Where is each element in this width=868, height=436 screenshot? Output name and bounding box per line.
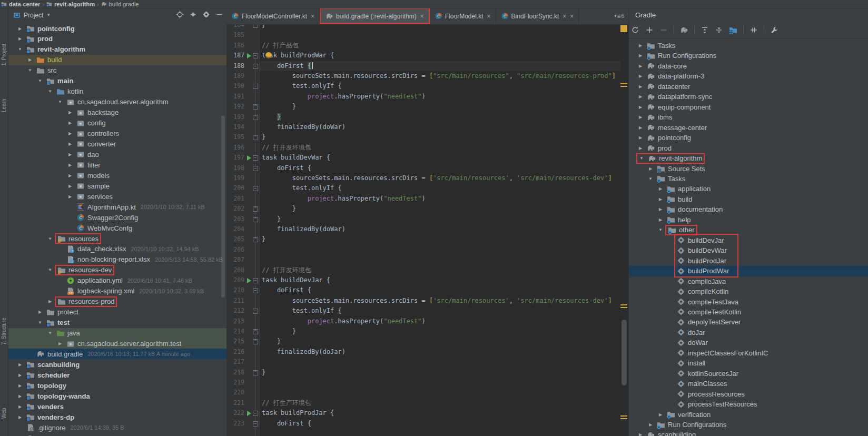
gradle-row-data-platform-3[interactable]: ▶data-platform-3: [629, 71, 868, 82]
tree-expanded-icon[interactable]: ▼: [47, 89, 53, 94]
code-line-219[interactable]: 219: [226, 378, 628, 388]
code-line-199[interactable]: 199 sourceSets.main.resources.srcDirs = …: [226, 173, 628, 183]
code-line-218[interactable]: 218^}: [226, 368, 628, 378]
gradle-row-dojar[interactable]: doJar: [629, 327, 868, 338]
tree-collapsed-icon[interactable]: ▶: [638, 64, 643, 68]
remove-icon[interactable]: [659, 26, 668, 34]
project-row-config[interactable]: ▶config: [8, 118, 226, 128]
tree-expanded-icon[interactable]: ▼: [17, 47, 23, 52]
code-line-221[interactable]: 221// 打生产环境包: [226, 398, 628, 408]
project-row-logback-spring.xml[interactable]: <>logback-spring.xml2020/1/10 10:32, 3.6…: [8, 286, 226, 296]
tool-window-button-7-structure[interactable]: 7: Structure: [0, 292, 8, 345]
code-line-217[interactable]: 217: [226, 357, 628, 367]
run-task-icon[interactable]: [247, 278, 251, 283]
editor-tab-floormodel.kt[interactable]: CFloorModel.kt×: [430, 8, 496, 24]
close-icon[interactable]: ×: [487, 13, 491, 20]
editor-tab-bindfloorsync.kt[interactable]: CBindFloorSync.kt××: [496, 8, 579, 24]
close-icon[interactable]: ×: [563, 13, 566, 20]
run-task-icon[interactable]: [247, 411, 251, 416]
fold-end-icon[interactable]: ^: [253, 370, 258, 375]
project-row-cn.sagacloud.server.algorithm.test[interactable]: ▶cn.sagacloud.server.algorithm.test: [8, 339, 226, 349]
fold-collapse-icon[interactable]: −: [253, 411, 258, 416]
gradle-row-kotlinsourcesjar[interactable]: kotlinSourcesJar: [629, 368, 868, 379]
breadcrumb-item-data-center[interactable]: data-center: [1, 1, 40, 7]
gradle-row-equip-component[interactable]: ▶equip-component: [629, 102, 868, 112]
fold-collapse-icon[interactable]: −: [253, 421, 258, 427]
gradle-row-dataplatform-sync[interactable]: ▶dataplatform-sync: [629, 92, 868, 102]
code-line-222[interactable]: 222−task buildProdJar {: [226, 408, 628, 418]
gradle-row-builddevjar[interactable]: buildDevJar: [629, 235, 868, 245]
gradle-row-source-sets[interactable]: ▶Source Sets: [629, 163, 868, 174]
tree-expanded-icon[interactable]: ▼: [648, 176, 653, 181]
editor-tab-floormodelcontroller.kt[interactable]: CFloorModelController.kt×: [226, 8, 320, 24]
project-row-build.gradle[interactable]: build.gradle2020/6/16 10:13, 11.77 kB A …: [8, 349, 226, 359]
code-line-207[interactable]: 207: [226, 255, 628, 265]
project-row-resources-prod[interactable]: ▶resources-prod: [8, 296, 226, 307]
collapse-all-icon[interactable]: [189, 11, 197, 18]
gradle-row-processresources[interactable]: processResources: [629, 389, 868, 399]
tree-expanded-icon[interactable]: ▼: [37, 78, 43, 83]
code-line-205[interactable]: 205^}: [226, 234, 628, 244]
project-row-venders[interactable]: ▶venders: [8, 401, 226, 412]
project-row-build.gradle[interactable]: build.gradle2020/5/14 14:15, 2.72 kB: [8, 433, 226, 436]
code-line-214[interactable]: 214^ }: [226, 326, 628, 336]
fold-collapse-icon[interactable]: −: [253, 53, 258, 58]
gradle-row-revit-algorithm[interactable]: ▼revit-algorithm: [629, 153, 868, 164]
tree-collapsed-icon[interactable]: ▶: [638, 115, 643, 120]
tree-collapsed-icon[interactable]: ▶: [67, 131, 73, 136]
tree-collapsed-icon[interactable]: ▶: [638, 125, 643, 130]
fold-collapse-icon[interactable]: −: [253, 155, 258, 161]
tree-expanded-icon[interactable]: ▼: [57, 100, 63, 104]
tree-collapsed-icon[interactable]: ▶: [67, 194, 73, 199]
tree-collapsed-icon[interactable]: ▶: [67, 142, 73, 146]
split-bars-icon[interactable]: [749, 26, 758, 34]
tree-collapsed-icon[interactable]: ▶: [57, 341, 63, 346]
gradle-row-help[interactable]: ▶help: [629, 214, 868, 225]
gradle-row-buildprodjar[interactable]: buildProdJar: [629, 255, 868, 266]
tree-collapsed-icon[interactable]: ▶: [17, 404, 23, 409]
code-line-204[interactable]: 204 finalizedBy(doWar): [226, 224, 628, 234]
gradle-row-message-center[interactable]: ▶message-center: [629, 122, 868, 133]
project-row-filter[interactable]: ▶filter: [8, 160, 226, 170]
gradle-row-compiletestkotlin[interactable]: compileTestKotlin: [629, 306, 868, 317]
project-view-title[interactable]: Project: [24, 12, 43, 19]
tree-collapsed-icon[interactable]: ▶: [17, 36, 23, 41]
code-line-184[interactable]: 184^}: [226, 24, 628, 30]
project-row-venders-dp[interactable]: ▶venders-dp: [8, 412, 226, 422]
project-row-topology[interactable]: ▶topology: [8, 380, 226, 391]
gradle-row-scanbuilding[interactable]: ▶scanbuilding: [629, 430, 868, 436]
project-row-algorithmapp.kt[interactable]: AlgorithmApp.kt2020/1/10 10:32, 7.11 kB: [8, 202, 226, 212]
tree-collapsed-icon[interactable]: ▶: [638, 135, 643, 140]
hide-panel-icon[interactable]: [215, 11, 223, 18]
gradle-row-builddevwar[interactable]: buildDevWar: [629, 245, 868, 256]
tree-expanded-icon[interactable]: ▼: [658, 227, 663, 232]
fold-collapse-icon[interactable]: −: [253, 64, 258, 69]
gradle-row-build[interactable]: ▶build: [629, 194, 868, 204]
tree-collapsed-icon[interactable]: ▶: [67, 184, 73, 189]
code-line-194[interactable]: 194 finalizedBy(doWar): [226, 122, 628, 132]
gradle-row-application[interactable]: ▶application: [629, 184, 868, 194]
add-icon[interactable]: [645, 26, 654, 34]
project-row-pointconfig[interactable]: ▶pointconfig: [8, 23, 226, 34]
editor-scrollbar[interactable]: [622, 320, 627, 385]
project-row-build[interactable]: ▶build: [8, 55, 226, 65]
breadcrumb-item-build.gradle[interactable]: build.gradle: [101, 1, 139, 7]
fold-collapse-icon[interactable]: −: [253, 84, 258, 89]
project-row-cn.sagacloud.server.algorithm[interactable]: ▼cn.sagacloud.server.algorithm: [8, 97, 226, 107]
code-line-216[interactable]: 216 finalizedBy(doJar): [226, 347, 628, 357]
run-task-icon[interactable]: [247, 155, 251, 161]
code-line-206[interactable]: 206: [226, 245, 628, 255]
gradle-row-pointconfig[interactable]: ▶pointconfig: [629, 133, 868, 143]
code-editor[interactable]: 184^}185186// 打产品包187−task buildProdWar …: [226, 24, 628, 436]
tree-collapsed-icon[interactable]: ▶: [17, 26, 23, 31]
project-row-revit-algorithm[interactable]: ▼revit-algorithm: [8, 44, 226, 55]
collapse-all-icon[interactable]: [715, 26, 723, 34]
gradle-row-compilekotlin[interactable]: compileKotlin: [629, 286, 868, 297]
settings-gear-icon[interactable]: [202, 11, 210, 18]
tree-collapsed-icon[interactable]: ▶: [17, 383, 23, 388]
gradle-row-compilejava[interactable]: compileJava: [629, 276, 868, 286]
close-icon[interactable]: ×: [311, 13, 314, 20]
fold-end-icon[interactable]: ^: [253, 237, 258, 242]
breadcrumb-item-revit-algorithm[interactable]: revit-algorithm: [46, 1, 95, 7]
project-row-backstage[interactable]: ▶backstage: [8, 107, 226, 118]
